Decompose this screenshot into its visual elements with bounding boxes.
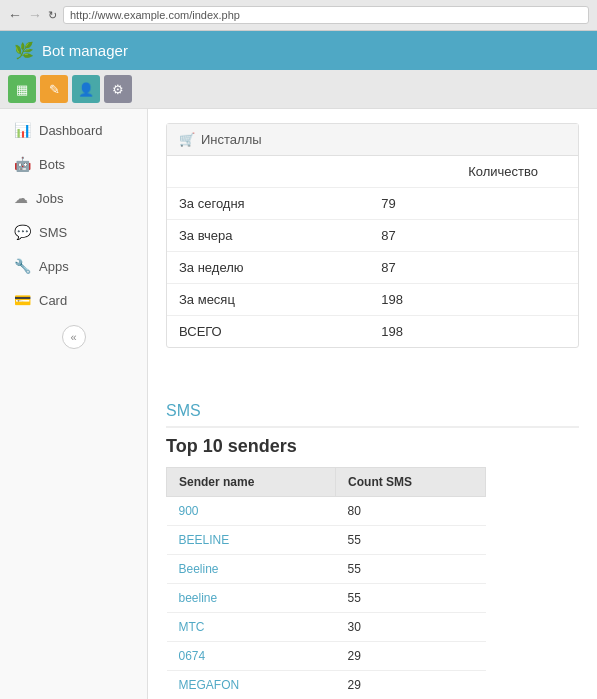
- toolbar-grid-button[interactable]: ▦: [8, 75, 36, 103]
- sidebar-item-jobs[interactable]: ☁ Jobs: [0, 181, 147, 215]
- senders-table-row: MEGAFON 29: [167, 671, 486, 700]
- senders-table-row: beeline 55: [167, 584, 486, 613]
- sidebar-item-dashboard[interactable]: 📊 Dashboard: [0, 113, 147, 147]
- main-layout: 📊 Dashboard 🤖 Bots ☁ Jobs 💬 SMS 🔧 Apps 💳…: [0, 109, 597, 699]
- installs-row-value: 87: [341, 220, 578, 252]
- sidebar-label-bots: Bots: [39, 157, 65, 172]
- content-area: 🛒 Инсталлы Количество За сегодня 79 За в…: [148, 109, 597, 699]
- sender-count: 30: [336, 613, 486, 642]
- sender-name[interactable]: 0674: [167, 642, 336, 671]
- bots-icon: 🤖: [14, 156, 31, 172]
- senders-table-row: BEELINE 55: [167, 526, 486, 555]
- sidebar: 📊 Dashboard 🤖 Bots ☁ Jobs 💬 SMS 🔧 Apps 💳…: [0, 109, 148, 699]
- top-senders-title: Top 10 senders: [166, 436, 579, 457]
- installs-table-row: За месяц 198: [167, 284, 578, 316]
- sms-section: SMS Top 10 senders Sender name Count SMS…: [166, 402, 579, 699]
- installs-col-label: [167, 156, 341, 188]
- spacer: [166, 372, 579, 402]
- installs-table-row: ВСЕГО 198: [167, 316, 578, 348]
- app-title: Bot manager: [42, 42, 128, 59]
- installs-row-label: За месяц: [167, 284, 341, 316]
- installs-title: Инсталлы: [201, 132, 262, 147]
- sms-section-title: SMS: [166, 402, 579, 428]
- installs-row-value: 198: [341, 284, 578, 316]
- sender-count: 55: [336, 555, 486, 584]
- installs-row-label: ВСЕГО: [167, 316, 341, 348]
- installs-section: 🛒 Инсталлы Количество За сегодня 79 За в…: [166, 123, 579, 348]
- sender-count: 55: [336, 526, 486, 555]
- sender-name[interactable]: beeline: [167, 584, 336, 613]
- toolbar-edit-button[interactable]: ✎: [40, 75, 68, 103]
- dashboard-icon: 📊: [14, 122, 31, 138]
- sender-count: 55: [336, 584, 486, 613]
- cart-icon: 🛒: [179, 132, 195, 147]
- installs-row-value: 198: [341, 316, 578, 348]
- sidebar-item-card[interactable]: 💳 Card: [0, 283, 147, 317]
- senders-table-row: МТС 30: [167, 613, 486, 642]
- leaf-icon: 🌿: [14, 41, 34, 60]
- browser-refresh[interactable]: ↻: [48, 9, 57, 22]
- browser-forward[interactable]: →: [28, 7, 42, 23]
- jobs-icon: ☁: [14, 190, 28, 206]
- sidebar-item-sms[interactable]: 💬 SMS: [0, 215, 147, 249]
- sidebar-toggle-button[interactable]: «: [62, 325, 86, 349]
- sender-count: 29: [336, 671, 486, 700]
- url-bar[interactable]: [63, 6, 589, 24]
- installs-row-value: 87: [341, 252, 578, 284]
- sender-name[interactable]: МТС: [167, 613, 336, 642]
- sender-name[interactable]: Beeline: [167, 555, 336, 584]
- toolbar-user-button[interactable]: 👤: [72, 75, 100, 103]
- sidebar-label-jobs: Jobs: [36, 191, 63, 206]
- sidebar-label-dashboard: Dashboard: [39, 123, 103, 138]
- senders-col-name: Sender name: [167, 468, 336, 497]
- installs-table-row: За вчера 87: [167, 220, 578, 252]
- installs-col-count: Количество: [341, 156, 578, 188]
- installs-row-label: За неделю: [167, 252, 341, 284]
- installs-table: Количество За сегодня 79 За вчера 87 За …: [167, 156, 578, 347]
- card-icon: 💳: [14, 292, 31, 308]
- apps-icon: 🔧: [14, 258, 31, 274]
- installs-table-row: За неделю 87: [167, 252, 578, 284]
- installs-header: 🛒 Инсталлы: [167, 124, 578, 156]
- sender-name[interactable]: 900: [167, 497, 336, 526]
- sidebar-item-apps[interactable]: 🔧 Apps: [0, 249, 147, 283]
- browser-chrome: ← → ↻: [0, 0, 597, 31]
- installs-row-label: За сегодня: [167, 188, 341, 220]
- toolbar: ▦ ✎ 👤 ⚙: [0, 70, 597, 109]
- sender-count: 80: [336, 497, 486, 526]
- senders-table-row: Beeline 55: [167, 555, 486, 584]
- senders-table: Sender name Count SMS 900 80 BEELINE 55 …: [166, 467, 486, 699]
- installs-row-label: За вчера: [167, 220, 341, 252]
- sidebar-item-bots[interactable]: 🤖 Bots: [0, 147, 147, 181]
- sender-name[interactable]: BEELINE: [167, 526, 336, 555]
- installs-table-row: За сегодня 79: [167, 188, 578, 220]
- sms-icon: 💬: [14, 224, 31, 240]
- sender-count: 29: [336, 642, 486, 671]
- installs-row-value: 79: [341, 188, 578, 220]
- sender-name[interactable]: MEGAFON: [167, 671, 336, 700]
- sidebar-label-apps: Apps: [39, 259, 69, 274]
- sidebar-label-card: Card: [39, 293, 67, 308]
- senders-table-row: 900 80: [167, 497, 486, 526]
- toolbar-settings-button[interactable]: ⚙: [104, 75, 132, 103]
- senders-table-row: 0674 29: [167, 642, 486, 671]
- app-header: 🌿 Bot manager: [0, 31, 597, 70]
- sidebar-label-sms: SMS: [39, 225, 67, 240]
- browser-back[interactable]: ←: [8, 7, 22, 23]
- senders-col-count: Count SMS: [336, 468, 486, 497]
